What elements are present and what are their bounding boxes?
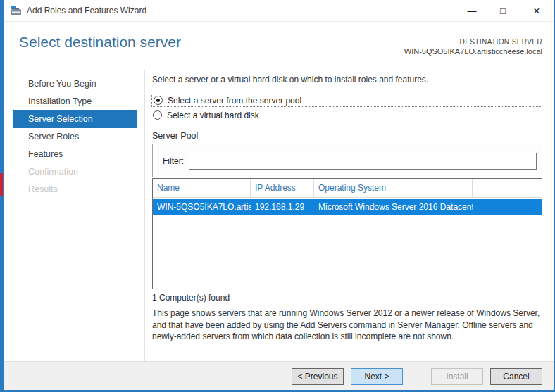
minimize-icon[interactable]: — <box>461 0 483 22</box>
background-window-red-marker <box>0 173 3 196</box>
table-row-selected-server[interactable]: WIN-5QSO5IKA7LO.artis... 192.168.1.29 Mi… <box>153 199 542 215</box>
sidebar-item-server-selection[interactable]: Server Selection <box>13 110 137 128</box>
previous-button[interactable]: < Previous <box>292 368 344 385</box>
sidebar-item-results: Results <box>13 181 137 198</box>
radio-button-icon[interactable] <box>154 96 163 105</box>
radio-select-server-from-pool[interactable]: Select a server from the server pool <box>151 94 542 107</box>
add-roles-wizard-window: Add Roles and Features Wizard — □ × Sele… <box>0 0 555 392</box>
radio-button-icon[interactable] <box>153 110 162 120</box>
cell-server-name[interactable]: WIN-5QSO5IKA7LO.artis... <box>153 199 251 215</box>
cancel-button[interactable]: Cancel <box>490 368 542 385</box>
sidebar-item-confirmation: Confirmation <box>13 163 137 181</box>
maximize-icon[interactable]: □ <box>492 0 514 22</box>
destination-server-name: WIN-5QSO5IKA7LO.artisticcheese.local <box>404 46 542 56</box>
column-header-name[interactable]: Name <box>153 179 251 198</box>
destination-server-block: DESTINATION SERVER WIN-5QSO5IKA7LO.artis… <box>404 37 542 56</box>
column-header-ip-address[interactable]: IP Address <box>251 179 314 198</box>
window-title: Add Roles and Features Wizard <box>27 0 146 22</box>
intro-text: Select a server or a virtual hard disk o… <box>152 75 428 84</box>
destination-server-label: DESTINATION SERVER <box>404 37 542 46</box>
filter-input[interactable] <box>189 153 537 170</box>
server-pool-table: Name IP Address Operating System WIN-5QS… <box>152 178 542 289</box>
sidebar-item-features[interactable]: Features <box>13 146 137 163</box>
next-button[interactable]: Next > <box>351 368 403 385</box>
sidebar-separator <box>144 70 145 361</box>
filter-label: Filter: <box>163 144 184 178</box>
page-description: This page shows servers that are running… <box>152 308 545 343</box>
button-bar: < Previous Next > Install Cancel <box>4 361 554 390</box>
radio-select-virtual-hard-disk[interactable]: Select a virtual hard disk <box>151 109 542 122</box>
table-header-row: Name IP Address Operating System <box>153 179 542 198</box>
cell-operating-system[interactable]: Microsoft Windows Server 2016 Datacenter <box>314 199 473 215</box>
close-icon[interactable]: × <box>525 0 548 22</box>
column-header-operating-system[interactable]: Operating System <box>314 179 473 198</box>
filter-panel: Filter: <box>152 144 542 177</box>
wizard-steps-sidebar: Before You Begin Installation Type Serve… <box>13 75 137 198</box>
sidebar-item-server-roles[interactable]: Server Roles <box>13 128 137 146</box>
page-title: Select destination server <box>19 34 181 51</box>
background-window-edge <box>0 0 4 392</box>
radio-label[interactable]: Select a server from the server pool <box>168 94 301 107</box>
server-pool-heading: Server Pool <box>152 131 198 141</box>
install-button: Install <box>431 368 483 385</box>
titlebar[interactable]: Add Roles and Features Wizard — □ × <box>4 0 554 22</box>
sidebar-item-before-you-begin[interactable]: Before You Begin <box>13 75 137 93</box>
radio-label[interactable]: Select a virtual hard disk <box>167 109 259 122</box>
sidebar-item-installation-type[interactable]: Installation Type <box>13 93 137 110</box>
cell-ip-address[interactable]: 192.168.1.29 <box>251 199 314 215</box>
server-manager-toolbox-icon <box>11 5 22 16</box>
computers-found-text: 1 Computer(s) found <box>152 293 230 303</box>
